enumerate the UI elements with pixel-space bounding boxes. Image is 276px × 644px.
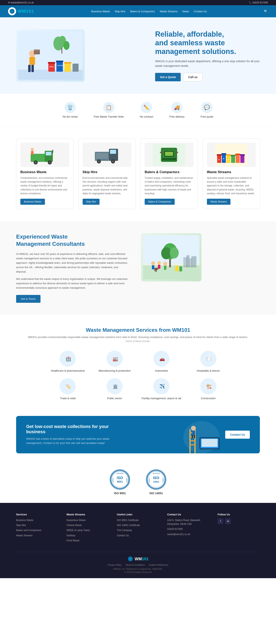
footer-link-business-waste[interactable]: Business Waste — [16, 518, 58, 522]
nav-contact-us[interactable]: Contact Us — [194, 10, 207, 13]
nav-balers-compactors[interactable]: Balers & Compactors — [130, 10, 155, 13]
cta-banner: Get low-cost waste collections for your … — [16, 416, 260, 453]
svg-rect-16 — [56, 61, 63, 72]
sectors-grid: 🏥 Healthcare & pharmaceutical 🏭 Manufact… — [47, 351, 229, 400]
svg-rect-111 — [201, 439, 218, 447]
svg-rect-9 — [28, 65, 31, 72]
footer-link-company[interactable]: The Company — [117, 528, 159, 532]
no-bin-rental-icon: 🗑️ — [65, 102, 76, 113]
footer-phone[interactable]: 01629 817000 — [167, 527, 209, 531]
footer-link-sanitary[interactable]: Sanitary — [67, 534, 109, 538]
nav-waste-streams[interactable]: Waste Streams — [160, 10, 177, 13]
facebook-icon[interactable]: f — [218, 518, 223, 524]
sector-manufacturing: 🏭 Manufacturing & production — [94, 351, 135, 372]
terms-link[interactable]: Terms & Conditions — [126, 564, 145, 566]
svg-text:PLASTIC: PLASTIC — [57, 65, 63, 66]
footer-email[interactable]: waste@wm101.co.uk — [167, 532, 209, 536]
svg-rect-32 — [31, 151, 34, 154]
svg-point-40 — [112, 160, 114, 162]
footer-link-weee[interactable]: WEEE & Lamp Tubes — [67, 528, 109, 532]
footer-bottom: WM101 Privacy Policy Terms & Conditions … — [16, 552, 260, 573]
svg-rect-10 — [32, 65, 34, 72]
footer-link-skip-hire[interactable]: Skip Hire — [16, 524, 58, 527]
cookies-link[interactable]: Cookie Preferences — [149, 564, 168, 566]
footer-company-reg: WM101 Ltd. Registered in England No. 068… — [16, 568, 260, 570]
svg-rect-61 — [231, 156, 235, 163]
footer-link-iso9001-cert[interactable]: ISO 9001 Certificate — [117, 518, 159, 522]
svg-rect-58 — [221, 153, 226, 154]
footer-link-food[interactable]: Food Waste — [67, 539, 109, 542]
cta-contact-button[interactable]: Contact Us — [225, 430, 250, 439]
healthcare-icon: 🏥 — [60, 351, 76, 367]
no-contract-icon: ✏️ — [141, 102, 152, 113]
skip-hire-btn[interactable]: Skip Hire — [83, 199, 100, 205]
svg-rect-62 — [231, 155, 235, 156]
search-icon[interactable]: 🔍 — [264, 10, 268, 13]
free-quote-icon: 💬 — [201, 102, 212, 113]
logo[interactable]: WM101 — [8, 7, 34, 15]
trade-retail-icon: 🏷️ — [60, 378, 76, 394]
business-waste-btn[interactable]: Business Waste — [20, 199, 45, 205]
get-quote-button[interactable]: Get a Quote — [155, 73, 181, 81]
footer-link-waste-streams[interactable]: Waste Streams — [16, 534, 58, 538]
svg-text:METAL: METAL — [49, 66, 54, 68]
iso-14001-label: ISO 14001 — [149, 492, 163, 495]
svg-text:ISO: ISO — [117, 476, 123, 480]
svg-rect-41 — [96, 153, 108, 159]
svg-rect-66 — [240, 154, 245, 156]
svg-rect-53 — [176, 152, 178, 153]
balers-btn[interactable]: Balers & Compactors — [145, 199, 175, 205]
healthcare-label: Healthcare & pharmaceutical — [51, 369, 85, 372]
about-content: Experienced Waste Management Consultants… — [16, 233, 129, 303]
footer-waste-streams-col: Waste Streams Hazardous Waste Clinical W… — [67, 513, 109, 544]
nav-skip-hire[interactable]: Skip Hire — [115, 10, 125, 13]
svg-rect-48 — [162, 158, 176, 160]
sector-hospitality: 🍽️ Hospitality & leisure — [188, 351, 229, 372]
call-us-button[interactable]: Call us — [183, 73, 202, 81]
service-card-skip-hire: Skip Hire End-to-end domestic and commer… — [78, 138, 136, 209]
free-waste-note-icon: 📋 — [103, 102, 114, 113]
sector-trade-retail: 🏷️ Trade & retail — [47, 378, 88, 400]
svg-text:🏛️: 🏛️ — [113, 384, 118, 389]
manufacturing-icon: 🏭 — [107, 351, 123, 367]
footer-link-iso14001-cert[interactable]: ISO 14001 Certificate — [117, 524, 159, 527]
free-delivery-label: Free delivery — [169, 115, 184, 118]
cta-content: Get low-cost waste collections for your … — [26, 424, 111, 445]
footer-columns: Services Business Waste Skip Hire Balers… — [16, 513, 260, 544]
svg-text:ISO: ISO — [153, 476, 159, 480]
footer-link-hazardous[interactable]: Hazardous Waste — [67, 518, 109, 522]
svg-rect-49 — [165, 152, 173, 156]
free-delivery-icon: 🚚 — [171, 102, 182, 113]
svg-point-38 — [98, 160, 100, 162]
privacy-policy-link[interactable]: Privacy Policy — [108, 564, 121, 566]
svg-text:♻: ♻ — [218, 159, 220, 161]
footer-link-balers[interactable]: Balers and Compactors — [16, 528, 58, 532]
waste-streams-title: Waste Streams — [207, 170, 256, 174]
waste-streams-btn[interactable]: Waste Streams — [207, 199, 231, 205]
footer-services-col: Services Business Waste Skip Hire Balers… — [16, 513, 58, 544]
footer-useful-links-heading: Useful Links — [117, 513, 159, 516]
nav-business-waste[interactable]: Business Waste — [91, 10, 110, 13]
footer-link-contact[interactable]: Contact Us — [117, 534, 159, 538]
svg-point-118 — [191, 426, 196, 430]
svg-rect-19 — [65, 62, 71, 72]
social-links: f in — [218, 518, 260, 524]
feature-free-waste-note: 📋 Free Waste Transfer Note — [94, 102, 124, 118]
svg-point-90 — [157, 267, 159, 269]
get-in-touch-button[interactable]: Get in Touch — [16, 295, 41, 303]
svg-rect-82 — [152, 265, 154, 269]
hospitality-label: Hospitality & leisure — [197, 369, 220, 372]
svg-rect-80 — [191, 256, 196, 267]
svg-rect-121 — [194, 435, 195, 438]
cta-illustration — [183, 421, 228, 453]
cert-iso-14001: ★★★★★ ISO 14001 ISO 14001 — [146, 470, 166, 495]
nav-news[interactable]: News — [182, 10, 189, 13]
services-grid: Business Waste Comprehensive, eco-consci… — [16, 138, 260, 209]
svg-rect-12 — [34, 50, 40, 51]
feature-no-bin-rental: 🗑️ No bin rental — [63, 102, 78, 118]
svg-rect-92 — [156, 270, 157, 272]
footer-follow-heading: Follow Us — [218, 513, 260, 516]
footer-link-clinical[interactable]: Clinical Waste — [67, 524, 109, 527]
top-bar: ✉ waste@wm101.co.uk 📞 01629 817000 — [0, 0, 276, 5]
linkedin-icon[interactable]: in — [225, 518, 231, 524]
